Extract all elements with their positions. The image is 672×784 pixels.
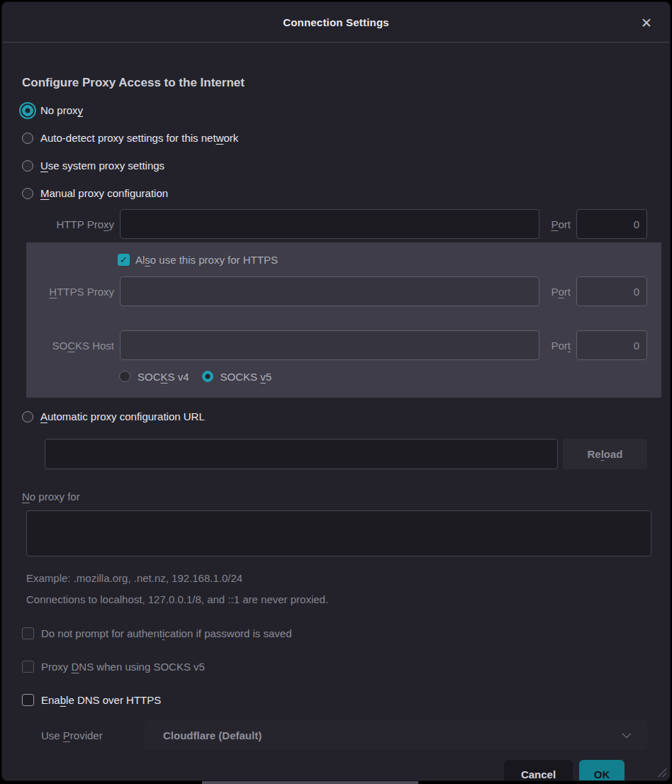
http-port-input[interactable] [576, 209, 647, 239]
https-proxy-label: HTTPS Proxy [26, 286, 114, 298]
socks-version-row: SOCKS v4 SOCKS v5 [119, 366, 647, 386]
auto-config-url-radio[interactable] [22, 411, 33, 422]
cancel-button[interactable]: Cancel [504, 760, 573, 781]
doh-provider-row: Use Provider Cloudflare (Default) [41, 720, 647, 750]
https-proxy-input[interactable] [120, 276, 539, 306]
doh-provider-dropdown[interactable]: Cloudflare (Default) [145, 720, 647, 750]
page-title: Configure Proxy Access to the Internet [22, 76, 647, 90]
auto-detect-radio[interactable] [22, 133, 33, 144]
manual-proxy-radio[interactable] [22, 188, 33, 199]
system-proxy-label: Use system proxy settings [40, 159, 164, 172]
socks-host-row: SOCKS Host Port [26, 330, 647, 360]
https-port-input[interactable] [576, 276, 647, 306]
chevron-down-icon [622, 729, 632, 739]
also-https-checkbox[interactable]: ✓ [118, 254, 130, 266]
close-icon: ✕ [641, 15, 652, 31]
enable-doh-label: Enable DNS over HTTPS [41, 694, 161, 706]
no-proxy-radio[interactable] [22, 105, 33, 116]
http-port-label: Port [545, 218, 571, 230]
manual-proxy-label: Manual proxy configuration [40, 187, 168, 199]
dialog-footer: Cancel OK [22, 750, 647, 781]
no-prompt-auth-label: Do not prompt for authentication if pass… [41, 627, 292, 639]
auto-config-url-input[interactable] [45, 439, 558, 469]
option-row-enable-doh[interactable]: Enable DNS over HTTPS [22, 690, 647, 710]
radio-row-no-proxy[interactable]: No proxy [22, 96, 647, 124]
no-proxy-example-text: Example: .mozilla.org, .net.nz, 192.168.… [26, 572, 647, 584]
dialog-content: Configure Proxy Access to the Internet N… [2, 43, 670, 781]
no-proxy-label: No proxy [40, 104, 83, 116]
also-https-label: Also use this proxy for HTTPS [135, 254, 278, 266]
auto-detect-label: Auto-detect proxy settings for this netw… [40, 132, 238, 144]
use-provider-label: Use Provider [41, 729, 121, 741]
http-proxy-row: HTTP Proxy Port [22, 209, 647, 239]
no-proxy-note-text: Connections to localhost, 127.0.0.1/8, a… [26, 593, 647, 605]
socks-v5-label: SOCKS v5 [220, 371, 272, 383]
connection-settings-dialog: Connection Settings ✕ Configure Proxy Ac… [1, 1, 671, 781]
auto-config-url-label: Automatic proxy configuration URL [40, 410, 205, 422]
dialog-title: Connection Settings [283, 16, 389, 28]
http-proxy-input[interactable] [120, 209, 539, 239]
option-row-proxy-dns[interactable]: Proxy DNS when using SOCKS v5 [22, 656, 647, 676]
no-proxy-for-textarea[interactable] [26, 510, 651, 556]
radio-row-manual-proxy[interactable]: Manual proxy configuration [22, 179, 647, 207]
socks-host-label: SOCKS Host [26, 340, 114, 352]
proxy-dns-checkbox[interactable] [22, 661, 34, 673]
socks-v4-radio[interactable] [119, 371, 130, 382]
socks-port-label: Port [545, 340, 571, 352]
no-prompt-auth-checkbox[interactable] [22, 627, 34, 639]
also-https-row[interactable]: ✓ Also use this proxy for HTTPS [118, 250, 647, 269]
radio-row-system-proxy[interactable]: Use system proxy settings [22, 152, 647, 179]
socks-host-input[interactable] [120, 330, 539, 360]
https-port-label: Port [545, 286, 571, 298]
option-row-no-prompt-auth[interactable]: Do not prompt for authentication if pass… [22, 623, 647, 643]
socks-v5-radio[interactable] [202, 371, 213, 382]
ok-button[interactable]: OK [579, 760, 625, 781]
socks-port-input[interactable] [576, 330, 647, 360]
https-proxy-row: HTTPS Proxy Port [26, 276, 647, 306]
radio-row-auto-detect[interactable]: Auto-detect proxy settings for this netw… [22, 124, 647, 152]
no-proxy-for-label: No proxy for [22, 491, 647, 503]
close-button[interactable]: ✕ [636, 12, 657, 33]
reload-button[interactable]: Reload [563, 439, 647, 469]
manual-proxy-highlight-section: ✓ Also use this proxy for HTTPS HTTPS Pr… [26, 242, 661, 398]
http-proxy-label: HTTP Proxy [22, 218, 114, 230]
radio-row-auto-config-url[interactable]: Automatic proxy configuration URL [22, 403, 647, 430]
proxy-dns-label: Proxy DNS when using SOCKS v5 [41, 661, 205, 673]
auto-config-url-row: Reload [45, 439, 647, 469]
socks-v4-label: SOCKS v4 [138, 371, 189, 383]
doh-provider-selected-value: Cloudflare (Default) [163, 729, 262, 741]
enable-doh-checkbox[interactable] [22, 694, 34, 706]
system-proxy-radio[interactable] [22, 160, 33, 172]
dialog-titlebar: Connection Settings ✕ [2, 2, 670, 43]
